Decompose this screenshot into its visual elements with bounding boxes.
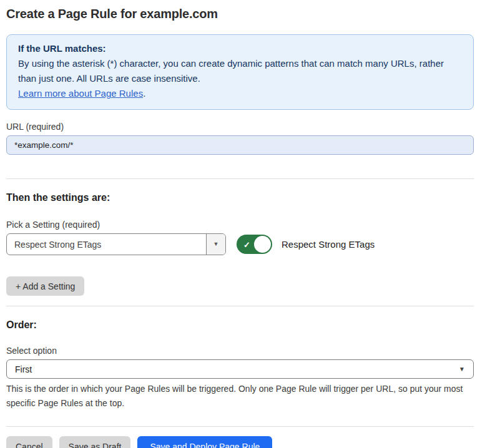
toggle-label: Respect Strong ETags (282, 239, 375, 250)
info-box-body: By using the asterisk (*) character, you… (18, 56, 462, 86)
divider (6, 426, 474, 427)
setting-dropdown[interactable]: Respect Strong ETags ▼ (6, 233, 226, 255)
setting-dropdown-value: Respect Strong ETags (7, 234, 206, 255)
create-page-rule-form: Create a Page Rule for example.com If th… (0, 7, 480, 448)
check-icon: ✓ (243, 240, 250, 249)
save-deploy-button[interactable]: Save and Deploy Page Rule (137, 436, 272, 448)
cancel-button[interactable]: Cancel (6, 436, 52, 448)
order-select-label: Select option (6, 346, 474, 356)
setting-dropdown-arrow[interactable]: ▼ (206, 234, 225, 255)
toggle-knob (254, 236, 271, 253)
url-match-info-box: If the URL matches: By using the asteris… (6, 34, 474, 110)
info-box-link-line: Learn more about Page Rules. (18, 86, 462, 101)
add-setting-button[interactable]: + Add a Setting (6, 276, 84, 296)
divider (6, 306, 474, 306)
info-box-heading: If the URL matches: (18, 41, 462, 56)
settings-section-heading: Then the settings are: (6, 192, 474, 203)
chevron-down-icon: ▼ (459, 366, 465, 373)
url-field-label: URL (required) (6, 122, 474, 132)
page-title: Create a Page Rule for example.com (6, 7, 474, 21)
chevron-down-icon: ▼ (213, 241, 219, 247)
learn-more-link[interactable]: Learn more about Page Rules (18, 88, 143, 99)
setting-row: Respect Strong ETags ▼ ✓ Respect Strong … (6, 233, 474, 255)
footer-actions: Cancel Save as Draft Save and Deploy Pag… (6, 436, 474, 448)
order-select-value: First (15, 364, 32, 374)
order-select[interactable]: First ▼ (6, 359, 474, 379)
pick-setting-label: Pick a Setting (required) (6, 220, 474, 230)
divider (6, 178, 474, 179)
order-section-heading: Order: (6, 319, 474, 331)
link-period: . (143, 88, 145, 99)
order-help-text: This is the order in which your Page Rul… (6, 382, 471, 411)
url-input[interactable] (6, 135, 474, 155)
save-draft-button[interactable]: Save as Draft (59, 436, 131, 448)
respect-strong-etags-toggle[interactable]: ✓ (237, 235, 272, 254)
